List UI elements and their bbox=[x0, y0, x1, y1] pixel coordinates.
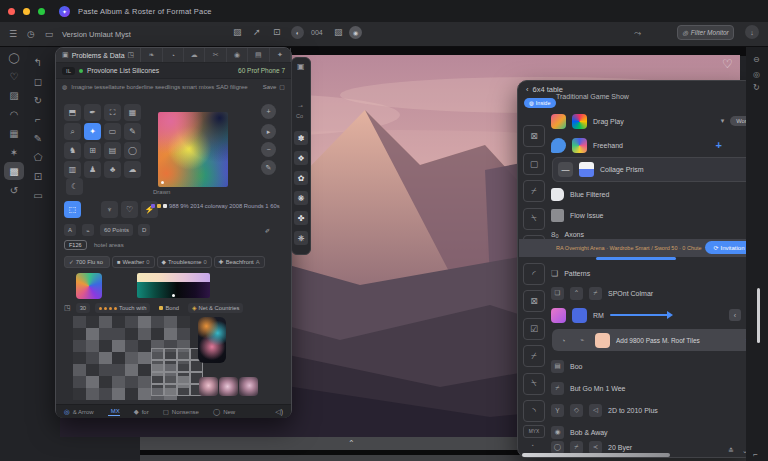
checker-cell[interactable] bbox=[99, 352, 112, 364]
checker-cell[interactable] bbox=[125, 376, 138, 388]
tool-chip[interactable]: ❏ bbox=[551, 287, 564, 300]
checker-cell[interactable] bbox=[164, 328, 177, 340]
sort-icon[interactable]: ≛ bbox=[728, 447, 734, 455]
grid-tool-button[interactable]: ▤ bbox=[104, 142, 121, 159]
dropdown-caret-icon[interactable]: ▾ bbox=[721, 117, 725, 125]
checker-cell[interactable] bbox=[164, 316, 177, 328]
bell-icon[interactable]: ◷ bbox=[22, 29, 40, 39]
footer-item[interactable]: ▢ Nonsense bbox=[163, 408, 199, 416]
tool-chip[interactable]: ≺ bbox=[589, 441, 602, 454]
layer-tool-button[interactable]: ⊠ bbox=[523, 125, 545, 147]
layer-tool-button[interactable]: ⊠ bbox=[523, 290, 545, 312]
checker-cell[interactable] bbox=[99, 328, 112, 340]
grid-tool-button[interactable]: ☁ bbox=[124, 161, 141, 178]
tab-problems-data[interactable]: ▣ Problems & Data ◳ bbox=[56, 48, 141, 62]
myx-chip[interactable]: MYX bbox=[523, 425, 545, 438]
layer-row-collage-prism[interactable]: — Collage Prism bbox=[552, 157, 753, 182]
export-frame-icon[interactable]: ⊡ bbox=[28, 167, 48, 185]
tool-chip[interactable]: ◇ bbox=[570, 404, 583, 417]
panel-tab-icon[interactable]: ◉ bbox=[227, 48, 248, 62]
mode-tool-button[interactable]: ♆ bbox=[101, 201, 118, 218]
layer-row-sport-colmar[interactable]: ❏ ⌃ ⌿ SPOnt Colmar bbox=[551, 283, 756, 303]
alert-row[interactable]: RA Overnight Arena · Wardrobe Smart / Sw… bbox=[519, 239, 755, 257]
checker-cell[interactable] bbox=[151, 316, 164, 328]
frame-icon[interactable]: ◳ bbox=[64, 304, 71, 312]
dock-icon[interactable]: ▣ bbox=[297, 62, 305, 71]
layer-tool-button[interactable]: ☑ bbox=[523, 318, 545, 340]
checker-cell[interactable] bbox=[125, 328, 138, 340]
expand-chevron-icon[interactable]: ⌃ bbox=[348, 439, 355, 448]
layer-row-patterns[interactable]: ❏ Patterns bbox=[551, 263, 756, 283]
panel-tab-icon[interactable]: ☁ bbox=[184, 48, 205, 62]
favorites-heart-icon[interactable]: ♡ bbox=[4, 67, 24, 85]
grid-tool-button[interactable]: ⌕ bbox=[64, 123, 81, 140]
texture-thumbnail-large[interactable] bbox=[198, 317, 226, 363]
grid-tool-button[interactable]: ♣ bbox=[104, 161, 121, 178]
tool-chip[interactable]: Y bbox=[551, 404, 564, 417]
add-plus-button[interactable]: + bbox=[716, 139, 722, 151]
checker-cell[interactable] bbox=[112, 388, 125, 400]
grid-tool-button[interactable]: ⬒ bbox=[64, 104, 81, 121]
grid-tool-button[interactable]: ⛶ bbox=[104, 104, 121, 121]
touch-with-chip[interactable]: Touch with bbox=[95, 303, 150, 313]
insert-image-icon[interactable]: ▨ bbox=[233, 27, 242, 37]
history-loop-icon[interactable]: ↺ bbox=[4, 181, 24, 199]
zoom-traffic-light[interactable] bbox=[38, 8, 45, 15]
bond-label[interactable]: Bond bbox=[155, 303, 183, 313]
grid-tool-button[interactable]: ▦ bbox=[124, 104, 141, 121]
checker-cell[interactable] bbox=[138, 376, 151, 388]
size-chip[interactable]: 30 bbox=[76, 303, 90, 313]
checker-cell[interactable] bbox=[138, 316, 151, 328]
net-countries-chip[interactable]: ◈ Net & Countries bbox=[188, 303, 243, 313]
checker-cell[interactable] bbox=[112, 316, 125, 328]
filter-tab[interactable]: ✓ 700 Flu so bbox=[64, 256, 110, 268]
checker-cell[interactable] bbox=[138, 364, 151, 376]
panel-tab-icon[interactable]: ✂ bbox=[205, 48, 226, 62]
gradient-swatch-thumb[interactable] bbox=[76, 273, 102, 299]
cube-tool-icon[interactable]: ▩ bbox=[4, 162, 24, 180]
gradient-action-button[interactable]: − bbox=[261, 142, 276, 157]
filter-tab[interactable]: ■ Weather 0 bbox=[112, 256, 155, 268]
save-button[interactable]: Save ▢ bbox=[263, 83, 285, 90]
checker-cell[interactable] bbox=[125, 364, 138, 376]
checker-cell[interactable] bbox=[99, 364, 112, 376]
grid-tool-button[interactable]: ◯ bbox=[124, 142, 141, 159]
edit-points-icon[interactable]: ✐ bbox=[261, 224, 274, 236]
checker-cell[interactable] bbox=[177, 328, 190, 340]
option-button[interactable]: 60 Points bbox=[100, 224, 133, 236]
checker-cell[interactable] bbox=[125, 388, 138, 400]
checker-cell[interactable] bbox=[86, 316, 99, 328]
sparkle-icon[interactable]: ✶ bbox=[4, 143, 24, 161]
texture-thumbnail-small[interactable] bbox=[239, 377, 258, 396]
tool-chip[interactable]: ◁ bbox=[589, 404, 602, 417]
checker-cell[interactable] bbox=[99, 316, 112, 328]
inside-chip[interactable]: ◍ Inside bbox=[524, 98, 556, 108]
path-squiggle-icon[interactable]: ⤳ bbox=[634, 28, 641, 39]
gradient-marker-dot[interactable] bbox=[161, 181, 164, 184]
collapse-chevron-button[interactable]: ‹ bbox=[729, 309, 741, 321]
corner-icon[interactable]: ⌐ bbox=[753, 450, 758, 459]
layer-tool-button[interactable]: ◜ bbox=[523, 263, 545, 285]
subheader-chip[interactable]: IL bbox=[62, 67, 75, 75]
gradient-action-button[interactable]: ✎ bbox=[261, 160, 276, 175]
checker-cell[interactable] bbox=[73, 376, 86, 388]
refresh-icon[interactable]: ↻ bbox=[753, 83, 760, 92]
checker-cell[interactable] bbox=[73, 364, 86, 376]
checker-cell[interactable] bbox=[73, 352, 86, 364]
tool-chip[interactable]: ⌃ bbox=[570, 287, 583, 300]
record-circle-icon[interactable]: ◎ bbox=[753, 70, 760, 79]
horizontal-scrollbar[interactable] bbox=[522, 453, 670, 457]
layer-tool-button[interactable]: ⍀ bbox=[523, 373, 545, 395]
tool-chip[interactable]: ◯ bbox=[551, 441, 564, 454]
layer-tool-button[interactable]: ◝ bbox=[523, 400, 545, 422]
comment-icon[interactable]: ◻ bbox=[28, 72, 48, 90]
checker-cell[interactable] bbox=[138, 340, 151, 352]
filter-monitor-button[interactable]: ◎ Filter Monitor bbox=[677, 25, 734, 40]
panel-tab-icon[interactable]: ✦ bbox=[270, 48, 291, 62]
filter-tab[interactable]: ◆ Troublesome 0 bbox=[157, 256, 212, 268]
footer-item[interactable]: ◆ for bbox=[134, 408, 149, 416]
polygon-icon[interactable]: ⬠ bbox=[28, 148, 48, 166]
gradient-stop-handle[interactable] bbox=[172, 294, 175, 297]
version-badge[interactable]: F126 bbox=[64, 240, 87, 250]
vertical-scrollbar[interactable] bbox=[757, 288, 760, 343]
